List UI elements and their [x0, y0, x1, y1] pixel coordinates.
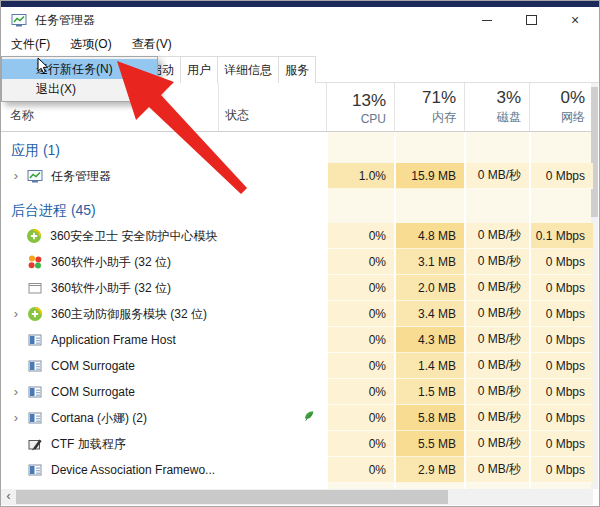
usage-header-disk[interactable]: 3%磁盘	[464, 83, 529, 131]
cpu-cell: 0%	[326, 379, 394, 405]
horizontal-scrollbar[interactable]: ‹	[1, 489, 593, 505]
app-window-icon	[27, 358, 43, 374]
usage-header-network[interactable]: 0%网络	[529, 83, 593, 131]
disk-cell: 0 MB/秒	[464, 301, 529, 327]
network-cell: 0 Mbps	[529, 163, 593, 189]
close-button[interactable]: ×	[553, 7, 597, 33]
memory-cell: 4.8 MB	[394, 223, 464, 249]
circles-360-icon	[27, 254, 43, 270]
process-name: 360安全卫士 安全防护中心模块...	[50, 228, 218, 245]
status-cell	[218, 405, 326, 431]
status-cell	[218, 379, 326, 405]
status-cell	[218, 431, 326, 457]
memory-cell: 5.8 MB	[394, 405, 464, 431]
cpu-cell: 0%	[326, 275, 394, 301]
expander-chevron-icon[interactable]: ›	[9, 163, 23, 189]
status-cell	[218, 249, 326, 275]
process-row[interactable]: 360软件小助手 (32 位)0%2.0 MB0 MB/秒0 Mbps	[1, 275, 593, 301]
tab-item[interactable]: 详细信息	[217, 56, 279, 83]
network-cell: 0 Mbps	[529, 353, 593, 379]
process-name: Device Association Framewo...	[51, 463, 215, 477]
process-row[interactable]: ›任务管理器1.0%15.9 MB0 MB/秒0 Mbps	[1, 163, 593, 189]
name-cell: ›COM Surrogate	[1, 379, 218, 405]
cpu-cell: 1.0%	[326, 163, 394, 189]
menu-bar-item[interactable]: 选项(O)	[60, 33, 121, 56]
process-list: 应用 (1)›任务管理器1.0%15.9 MB0 MB/秒0 Mbps后台进程 …	[1, 132, 593, 489]
menu-bar-item[interactable]: 文件(F)	[1, 33, 60, 56]
usage-label: 网络	[561, 109, 585, 126]
file-menu: 运行新任务(N)退出(X)	[1, 56, 158, 102]
memory-cell: 2.0 MB	[394, 275, 464, 301]
cpu-cell: 0%	[326, 223, 394, 249]
status-cell	[218, 301, 326, 327]
horizontal-scrollbar-thumb[interactable]	[16, 490, 448, 504]
cpu-cell: 0%	[326, 249, 394, 275]
process-row[interactable]: ›360主动防御服务模块 (32 位)0%3.4 MB0 MB/秒0 Mbps	[1, 301, 593, 327]
memory-cell: 1.4 MB	[394, 353, 464, 379]
network-cell: 0 Mbps	[529, 301, 593, 327]
disk-cell: 0 MB/秒	[464, 457, 529, 483]
expander-chevron-icon[interactable]: ›	[9, 301, 23, 327]
maximize-button[interactable]	[509, 7, 553, 33]
disk-cell: 0 MB/秒	[464, 163, 529, 189]
status-cell	[218, 353, 326, 379]
status-cell	[218, 457, 326, 483]
process-row[interactable]: 360安全卫士 安全防护中心模块...0%4.8 MB0 MB/秒0.1 Mbp…	[1, 223, 593, 249]
scroll-left-button[interactable]: ‹	[1, 489, 16, 505]
process-row[interactable]: 360软件小助手 (32 位)0%3.1 MB0 MB/秒0 Mbps	[1, 249, 593, 275]
network-cell: 0.1 Mbps	[529, 223, 593, 249]
usage-label: CPU	[361, 112, 386, 126]
menu-bar-item[interactable]: 查看(V)	[122, 33, 182, 56]
disk-cell: 0 MB/秒	[464, 379, 529, 405]
network-cell: 0 Mbps	[529, 249, 593, 275]
usage-header-cpu[interactable]: 13%CPU	[326, 83, 394, 131]
expander-chevron-icon[interactable]: ›	[9, 405, 23, 431]
minimize-button[interactable]	[465, 7, 509, 33]
usage-header-memory[interactable]: 71%内存	[394, 83, 464, 131]
status-column-header[interactable]: 状态	[218, 83, 326, 131]
process-row[interactable]: Application Frame Host0%4.3 MB0 MB/秒0 Mb…	[1, 327, 593, 353]
process-name: 360主动防御服务模块 (32 位)	[51, 306, 207, 323]
shield-360-icon	[27, 306, 43, 322]
app-window-icon	[27, 462, 43, 478]
process-name: Cortana (小娜) (2)	[51, 410, 147, 427]
disk-cell: 0 MB/秒	[464, 327, 529, 353]
tab-item[interactable]: 服务	[278, 56, 316, 83]
usage-percent: 3%	[496, 88, 521, 108]
tab-item[interactable]: 用户	[180, 56, 218, 83]
memory-cell: 5.5 MB	[394, 431, 464, 457]
ctf-pen-icon	[27, 436, 43, 452]
name-cell: CTF 加载程序	[1, 431, 218, 457]
suspended-leaf-icon	[302, 409, 316, 427]
name-cell: ›Cortana (小娜) (2)	[1, 405, 218, 431]
disk-cell: 0 MB/秒	[464, 223, 529, 249]
expander-chevron-icon[interactable]: ›	[9, 379, 23, 405]
usage-percent: 71%	[422, 88, 456, 108]
name-cell: 360安全卫士 安全防护中心模块...	[1, 223, 218, 249]
close-icon: ×	[571, 13, 579, 27]
disk-cell: 0 MB/秒	[464, 431, 529, 457]
process-row[interactable]: Device Association Framewo...0%2.9 MB0 M…	[1, 457, 593, 483]
name-cell: Application Frame Host	[1, 327, 218, 353]
disk-cell: 0 MB/秒	[464, 249, 529, 275]
name-cell: ›360主动防御服务模块 (32 位)	[1, 301, 218, 327]
name-cell: COM Surrogate	[1, 353, 218, 379]
process-row[interactable]: COM Surrogate0%1.4 MB0 MB/秒0 Mbps	[1, 353, 593, 379]
network-cell: 0 Mbps	[529, 275, 593, 301]
file-menu-item[interactable]: 运行新任务(N)	[2, 59, 157, 79]
process-row[interactable]: CTF 加载程序0%5.5 MB0 MB/秒0 Mbps	[1, 431, 593, 457]
memory-cell: 2.9 MB	[394, 457, 464, 483]
memory-cell: 3.4 MB	[394, 301, 464, 327]
minimize-icon	[482, 20, 492, 21]
status-cell	[218, 275, 326, 301]
process-row[interactable]: ›COM Surrogate0%1.5 MB0 MB/秒0 Mbps	[1, 379, 593, 405]
task-manager-app-icon	[11, 12, 27, 28]
cpu-cell: 0%	[326, 301, 394, 327]
title-bar[interactable]: 任务管理器 ×	[1, 7, 599, 33]
process-row[interactable]: ›Cortana (小娜) (2)0%5.8 MB0 MB/秒0 Mbps	[1, 405, 593, 431]
memory-cell: 15.9 MB	[394, 163, 464, 189]
process-name: CTF 加载程序	[51, 436, 126, 453]
memory-cell: 4.3 MB	[394, 327, 464, 353]
app-window-icon	[27, 332, 43, 348]
file-menu-item[interactable]: 退出(X)	[2, 79, 157, 99]
